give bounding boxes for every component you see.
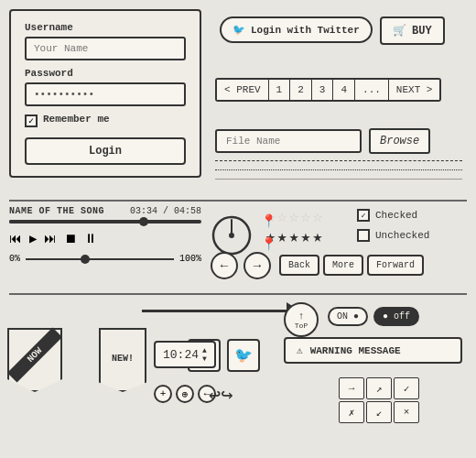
song-title: NAME OF THE SONG bbox=[9, 206, 104, 216]
checked-checkbox[interactable]: ✓ bbox=[357, 209, 370, 222]
rewind-icon[interactable]: ⏮ bbox=[9, 232, 22, 246]
player-controls: ⏮ ▶ ⏭ ⏹ ⏸ bbox=[9, 231, 201, 246]
main-container: Username Password ✓ Remember me Login 🐦 … bbox=[0, 0, 476, 458]
page-1-button[interactable]: 1 bbox=[269, 80, 291, 100]
section-divider bbox=[9, 200, 467, 202]
section-divider-2 bbox=[9, 293, 467, 295]
symbol-down-left[interactable]: ↙ bbox=[366, 401, 392, 423]
username-label: Username bbox=[25, 22, 186, 33]
cart-icon: 🛒 bbox=[393, 24, 406, 38]
progress-thumb[interactable] bbox=[139, 217, 148, 226]
up-arrow-icon: ↑ bbox=[298, 311, 305, 322]
song-time: 03:34 / 04:58 bbox=[130, 206, 201, 216]
scroll-top-button[interactable]: ↑ ToP bbox=[284, 302, 319, 337]
pin-icons: 📍 📍 bbox=[261, 213, 276, 252]
login-button[interactable]: Login bbox=[25, 137, 186, 165]
volume-row: 0% 100% bbox=[9, 254, 201, 264]
bookmark-body: NEW! bbox=[99, 328, 146, 392]
song-info-row: NAME OF THE SONG 03:34 / 04:58 bbox=[9, 206, 201, 216]
symbols-grid: → ↗ ✓ ✗ ↙ × bbox=[339, 377, 419, 423]
volume-max-label: 100% bbox=[179, 254, 201, 264]
unchecked-item: Unchecked bbox=[357, 229, 429, 242]
time-spinners[interactable]: ▲▼ bbox=[202, 346, 207, 363]
page-4-button[interactable]: 4 bbox=[333, 80, 355, 100]
volume-min-label: 0% bbox=[9, 254, 20, 264]
thin-divider bbox=[215, 179, 462, 180]
play-icon[interactable]: ▶ bbox=[29, 231, 37, 246]
remember-me-row: ✓ Remember me bbox=[25, 114, 186, 128]
symbol-x[interactable]: ✗ bbox=[339, 401, 364, 423]
bookmark-text: NEW! bbox=[112, 354, 134, 364]
back-more-forward: Back More Forward bbox=[279, 255, 424, 276]
buy-button[interactable]: 🛒 BUY bbox=[380, 16, 445, 45]
progress-track[interactable] bbox=[9, 220, 201, 224]
pagination: < PREV 1 2 3 4 ... NEXT > bbox=[215, 78, 441, 102]
big-arrow-line bbox=[142, 310, 288, 312]
password-input[interactable] bbox=[25, 82, 186, 106]
volume-track[interactable] bbox=[26, 258, 174, 260]
twitter-social-button[interactable]: 🐦 bbox=[227, 339, 260, 372]
page-3-button[interactable]: 3 bbox=[312, 80, 334, 100]
checked-label: Checked bbox=[375, 210, 417, 221]
music-player: NAME OF THE SONG 03:34 / 04:58 ⏮ ▶ ⏭ ⏹ ⏸… bbox=[9, 206, 201, 264]
twitter-login-button[interactable]: 🐦 Login with Twitter bbox=[220, 16, 373, 43]
file-input-row: Browse bbox=[215, 128, 430, 154]
left-arrow-button[interactable]: ← bbox=[211, 252, 238, 279]
toggle-off-button[interactable]: ● off bbox=[373, 307, 419, 326]
page-ellipsis: ... bbox=[355, 80, 389, 100]
pin-top-icon: 📍 bbox=[261, 213, 276, 229]
symbol-cross[interactable]: × bbox=[394, 401, 419, 423]
remember-label: Remember me bbox=[43, 114, 110, 125]
more-button[interactable]: More bbox=[323, 255, 363, 276]
big-arrow-container bbox=[142, 310, 288, 312]
symbol-right-arrow[interactable]: → bbox=[339, 377, 364, 399]
bottom-circle-icons: + ⊕ ← bbox=[154, 385, 216, 403]
scroll-top-label: ToP bbox=[295, 322, 308, 330]
svg-point-1 bbox=[229, 233, 234, 238]
twitter-icon: 🐦 bbox=[233, 24, 245, 36]
twitter-label: Login with Twitter bbox=[251, 25, 360, 36]
symbol-check[interactable]: ✓ bbox=[394, 377, 419, 399]
nav-arrows: ← → bbox=[211, 252, 271, 279]
warning-message-button[interactable]: ⚠ WARNING MESSAGE bbox=[284, 337, 462, 364]
unchecked-label: Unchecked bbox=[375, 230, 429, 241]
pause-icon[interactable]: ⏸ bbox=[84, 232, 97, 246]
pin-bottom-icon: 📍 bbox=[261, 236, 276, 252]
checked-item: ✓ Checked bbox=[357, 209, 429, 222]
back-button[interactable]: Back bbox=[279, 255, 319, 276]
time-display: 10:24 bbox=[163, 348, 199, 362]
stop-icon[interactable]: ⏹ bbox=[64, 232, 77, 246]
new-bookmark: NEW! bbox=[99, 328, 149, 397]
fast-forward-icon[interactable]: ⏭ bbox=[44, 232, 57, 246]
login-form: Username Password ✓ Remember me Login bbox=[9, 9, 201, 178]
swirl-arrows: ↩↪ bbox=[209, 383, 233, 408]
warning-icon: ⚠ bbox=[297, 344, 303, 356]
dotted-divider bbox=[215, 169, 462, 170]
prev-button[interactable]: < PREV bbox=[217, 80, 269, 100]
remember-checkbox[interactable]: ✓ bbox=[25, 114, 38, 127]
page-2-button[interactable]: 2 bbox=[290, 80, 312, 100]
toggle-on-button[interactable]: ON ● bbox=[328, 307, 368, 326]
right-arrow-button[interactable]: → bbox=[243, 252, 271, 279]
unchecked-checkbox[interactable] bbox=[357, 229, 370, 242]
browse-button[interactable]: Browse bbox=[369, 128, 430, 154]
forward-button[interactable]: Forward bbox=[367, 255, 424, 276]
password-label: Password bbox=[25, 68, 186, 79]
buy-label: BUY bbox=[412, 25, 432, 38]
checkbox-group: ✓ Checked Unchecked bbox=[357, 209, 429, 249]
now-ribbon: NOW bbox=[7, 328, 71, 401]
twitter-social-icon: 🐦 bbox=[234, 346, 253, 365]
circle-button-2[interactable]: ⊕ bbox=[176, 385, 194, 403]
warning-text: WARNING MESSAGE bbox=[310, 345, 401, 356]
volume-thumb[interactable] bbox=[81, 255, 90, 264]
file-name-input[interactable] bbox=[215, 129, 362, 153]
username-input[interactable] bbox=[25, 37, 186, 60]
plus-circle-button[interactable]: + bbox=[154, 385, 172, 403]
time-widget: 10:24 ▲▼ bbox=[154, 341, 216, 368]
next-button[interactable]: NEXT > bbox=[389, 80, 440, 100]
symbol-up-right[interactable]: ↗ bbox=[366, 377, 392, 399]
dashed-divider bbox=[215, 160, 462, 161]
progress-fill bbox=[9, 220, 144, 224]
